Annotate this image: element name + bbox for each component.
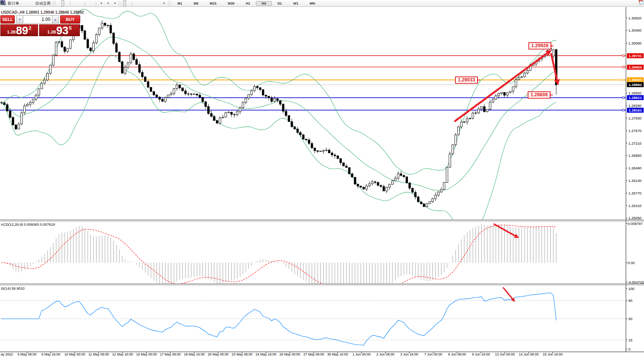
chevron-down-icon: ▼ xyxy=(107,2,109,5)
templates-button[interactable]: ▼ xyxy=(112,0,118,6)
volume-increase-button[interactable]: ▲ xyxy=(52,15,59,24)
toolbar-separator xyxy=(85,1,85,6)
fibonacci-button[interactable]: F xyxy=(149,0,152,6)
candlesticks xyxy=(1,20,557,207)
tile-windows-button[interactable] xyxy=(80,0,83,6)
search-icon xyxy=(0,0,6,5)
timeframe-button-M1[interactable]: M1 xyxy=(172,1,188,6)
toolbar-separator xyxy=(70,1,70,6)
buy-price-sup: 5 xyxy=(69,25,71,31)
text-button[interactable]: A xyxy=(153,0,156,6)
sell-price-prefix: 1.28 xyxy=(7,30,16,34)
line-handle xyxy=(623,109,625,111)
notifications-button[interactable]: 1 xyxy=(638,0,641,6)
auto-scroll-button[interactable] xyxy=(87,0,90,6)
line-handle xyxy=(623,66,625,68)
horizontal-line-button[interactable] xyxy=(138,0,141,6)
timeframe-button-H4[interactable]: H4 xyxy=(256,1,272,6)
toolbar-drag-handle[interactable] xyxy=(53,1,56,5)
timeframe-button-H1[interactable]: H1 xyxy=(240,1,256,6)
search-button[interactable] xyxy=(634,0,638,6)
sell-price-big: 89 xyxy=(16,26,28,35)
zoom-in-button[interactable] xyxy=(72,0,75,6)
toolbar-separator xyxy=(132,1,132,6)
buy-price-big: 93 xyxy=(56,26,68,35)
timeframe-button-D1[interactable]: D1 xyxy=(272,1,288,6)
chevron-down-icon: ▼ xyxy=(163,2,165,5)
one-click-trading-panel: SELL ▼ ▲ BUY 1.28 89 2 1.28 93 5 xyxy=(0,15,80,36)
bollinger-band-line xyxy=(2,55,556,237)
candlestick-chart-button[interactable] xyxy=(61,0,64,6)
text-label-button[interactable]: T xyxy=(157,0,160,6)
rsi-line xyxy=(2,293,556,345)
timeframe-button-W1[interactable]: W1 xyxy=(287,1,304,6)
zoom-out-button[interactable] xyxy=(76,0,79,6)
sell-button[interactable]: SELL xyxy=(0,15,15,24)
timeframe-button-MN[interactable]: MN xyxy=(304,1,321,6)
main-toolbar: 新订单 自动交易 xyxy=(0,0,644,7)
timeframe-button-M15[interactable]: M15 xyxy=(204,1,222,6)
timeframe-toolbar: M1M5M15M30H1H4D1W1MN xyxy=(172,1,321,6)
drawn-arrows xyxy=(455,51,558,301)
volume-decrease-button[interactable]: ▼ xyxy=(16,15,23,24)
new-order-button[interactable]: 新订单 xyxy=(5,0,21,6)
bar-chart-button[interactable] xyxy=(57,0,60,6)
auto-trading-label: 自动交易 xyxy=(35,1,51,6)
price-panel-layer xyxy=(0,9,626,237)
macd-indicator-label: ACD(12,26,9) 0.006083 0.007619 xyxy=(1,222,55,226)
terminal-window: 新订单 自动交易 xyxy=(0,0,644,357)
crosshair-button[interactable] xyxy=(127,0,130,6)
buy-button[interactable]: BUY xyxy=(60,15,80,24)
cursor-button[interactable] xyxy=(123,0,126,6)
line-handle xyxy=(623,97,625,99)
macd-panel-layer xyxy=(2,225,556,294)
indicators-button[interactable]: ▼ xyxy=(98,0,104,6)
toolbar-separator xyxy=(96,1,96,6)
trendline-button[interactable] xyxy=(142,0,145,6)
trend-arrow xyxy=(494,224,517,237)
chevron-down-icon: ▼ xyxy=(100,2,103,5)
vertical-line-button[interactable] xyxy=(134,0,137,6)
line-handle xyxy=(623,79,625,81)
timeframe-button-M5[interactable]: M5 xyxy=(188,1,204,6)
periods-button[interactable]: ▼ xyxy=(105,0,111,6)
toolbar-drag-handle[interactable] xyxy=(168,1,170,5)
line-chart-button[interactable] xyxy=(65,0,68,6)
sell-price-sup: 2 xyxy=(29,25,31,31)
rsi-indicator-label: SI(14) 56.9010 xyxy=(1,286,25,290)
metaeditor-button[interactable] xyxy=(25,0,28,6)
buy-price-prefix: 1.28 xyxy=(48,30,56,34)
chart-ohlc-title: USDCAD-,H4 1.28901 1.29046 1.28846 1.288… xyxy=(1,10,84,14)
sell-price-display[interactable]: 1.28 89 2 xyxy=(0,24,38,36)
rsi-panel-layer xyxy=(0,293,626,345)
timeframe-button-M30[interactable]: M30 xyxy=(222,1,240,6)
signals-button[interactable] xyxy=(29,0,32,6)
quotes-button[interactable] xyxy=(21,0,24,6)
chart-shift-button[interactable] xyxy=(91,0,94,6)
equidistant-channel-button[interactable]: E xyxy=(146,0,149,6)
arrows-button[interactable]: ▼ xyxy=(161,0,167,6)
chat-bubble-icon xyxy=(639,0,644,6)
chevron-down-icon: ▼ xyxy=(114,2,116,5)
new-order-label: 新订单 xyxy=(8,1,19,6)
trend-arrow xyxy=(455,51,550,121)
auto-trading-button[interactable]: 自动交易 xyxy=(33,0,52,6)
toolbar-drag-handle[interactable] xyxy=(119,1,121,5)
buy-price-display[interactable]: 1.28 93 5 xyxy=(39,24,80,36)
trend-arrow xyxy=(503,288,514,301)
volume-input[interactable] xyxy=(23,15,52,24)
chart-canvas[interactable] xyxy=(0,0,644,357)
line-handle xyxy=(623,55,625,57)
